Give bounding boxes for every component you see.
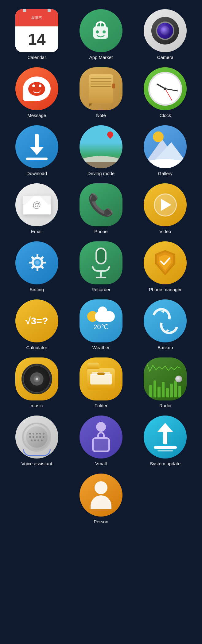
download-icon[interactable] — [15, 125, 58, 168]
app-item-download: Download — [6, 125, 67, 176]
app-label-gallery: Gallery — [158, 171, 173, 176]
person-figure — [91, 481, 111, 509]
note-lines — [91, 78, 111, 87]
speaker-dots-row3 — [31, 439, 43, 441]
svg-point-4 — [99, 21, 102, 24]
speaker-dot — [29, 433, 31, 435]
driving-icon[interactable] — [80, 125, 122, 168]
folder-papers — [90, 374, 112, 384]
app-item-email: @ Email — [6, 183, 67, 234]
app-item-radio: Radio — [135, 357, 196, 408]
app-item-video: Video — [135, 183, 196, 234]
video-icon[interactable] — [144, 183, 187, 226]
radio-bar — [149, 385, 152, 397]
vmall-bag — [92, 437, 110, 452]
clock-face — [148, 72, 182, 106]
music-icon[interactable] — [15, 357, 58, 400]
app-label-camera: Camera — [157, 55, 173, 60]
app-label-music: music — [31, 403, 43, 408]
app-label-driving: Driving mode — [87, 171, 115, 176]
radio-bar — [157, 387, 161, 397]
speaker-inner — [26, 426, 48, 448]
speaker-dot — [33, 433, 34, 435]
setting-icon[interactable] — [15, 241, 58, 284]
upload-base — [154, 446, 177, 449]
app-label-backup: Backup — [157, 345, 173, 350]
radio-bar — [153, 381, 157, 397]
weather-icon[interactable]: 20℃ — [80, 299, 122, 342]
upload-shaft — [163, 432, 167, 444]
speaker-dot — [37, 439, 39, 441]
weather-cloud-sun — [87, 311, 115, 322]
radio-bar — [170, 384, 173, 397]
envelope: @ — [22, 195, 51, 215]
person-icon[interactable] — [80, 474, 122, 517]
phone-handset-icon: 📞 — [87, 192, 114, 217]
app-label-phonemanager: Phone manager — [149, 287, 182, 292]
radio-bar — [162, 382, 165, 397]
radio-knob — [175, 376, 182, 382]
mic-head — [95, 248, 107, 264]
app-label-calculator: Caluulator — [26, 345, 47, 350]
weather-temp: 20℃ — [93, 323, 108, 331]
clock-minute-hand — [165, 88, 178, 92]
speaker-dot — [36, 433, 38, 435]
message-bubble — [23, 76, 51, 101]
folder-icon[interactable] — [80, 357, 122, 400]
speaker-dot — [43, 433, 45, 435]
backup-icon[interactable] — [144, 299, 187, 342]
speaker-body — [22, 423, 51, 452]
radio-icon[interactable] — [144, 357, 187, 400]
app-item-music: music — [6, 357, 67, 408]
app-item-recorder: Recorder — [70, 241, 131, 292]
app-label-weather: Weather — [92, 345, 110, 350]
vmall-head — [96, 422, 106, 432]
app-label-folder: Folder — [95, 403, 108, 408]
speaker-dot — [39, 436, 41, 438]
message-icon[interactable] — [15, 67, 58, 110]
download-baseline — [26, 158, 48, 160]
gallery-ground — [144, 159, 187, 168]
vmall-icon[interactable] — [80, 416, 122, 459]
speaker-dot — [31, 439, 33, 441]
camera-icon[interactable] — [144, 9, 187, 52]
phonemanager-icon[interactable] — [144, 241, 187, 284]
at-symbol: @ — [32, 200, 41, 210]
email-icon[interactable]: @ — [15, 183, 58, 226]
message-eye-left — [32, 84, 35, 87]
app-item-appmarket: App Market — [70, 9, 131, 60]
app-item-gallery: Gallery — [135, 125, 196, 176]
calculator-icon[interactable]: √3=? — [15, 299, 58, 342]
appmarket-icon[interactable] — [80, 9, 122, 52]
systemupdate-icon[interactable] — [144, 416, 187, 459]
recorder-icon[interactable] — [80, 241, 122, 284]
note-clasp — [112, 84, 115, 88]
person-head — [95, 481, 107, 494]
vmall-handle — [97, 432, 105, 437]
app-item-driving: Driving mode — [70, 125, 131, 176]
video-play-button — [154, 193, 177, 217]
driving-road — [80, 162, 122, 168]
speaker-dot — [34, 439, 36, 441]
folder-clip — [97, 373, 105, 375]
weather-cloud — [95, 311, 115, 322]
gallery-icon[interactable] — [144, 125, 187, 168]
folder-tab — [87, 363, 99, 369]
app-item-message: Message — [6, 67, 67, 118]
app-item-systemupdate: System update — [135, 416, 196, 466]
music-disc — [21, 364, 52, 394]
speaker-dot — [33, 436, 34, 438]
upload-arrow — [154, 423, 177, 451]
phone-icon[interactable]: 📞 — [80, 183, 122, 226]
mic-post — [100, 272, 102, 277]
svg-point-2 — [103, 30, 106, 33]
calendar-icon[interactable]: 星期五 14 — [15, 9, 58, 52]
mic-body — [92, 248, 110, 278]
app-label-calendar: Calendar — [27, 55, 46, 60]
calendar-day: 星期五 — [31, 15, 42, 21]
voiceassist-icon[interactable] — [15, 416, 58, 459]
clock-icon[interactable] — [144, 67, 187, 110]
note-icon[interactable] — [80, 67, 122, 110]
person-body — [91, 495, 111, 509]
speaker-arc — [23, 449, 51, 456]
